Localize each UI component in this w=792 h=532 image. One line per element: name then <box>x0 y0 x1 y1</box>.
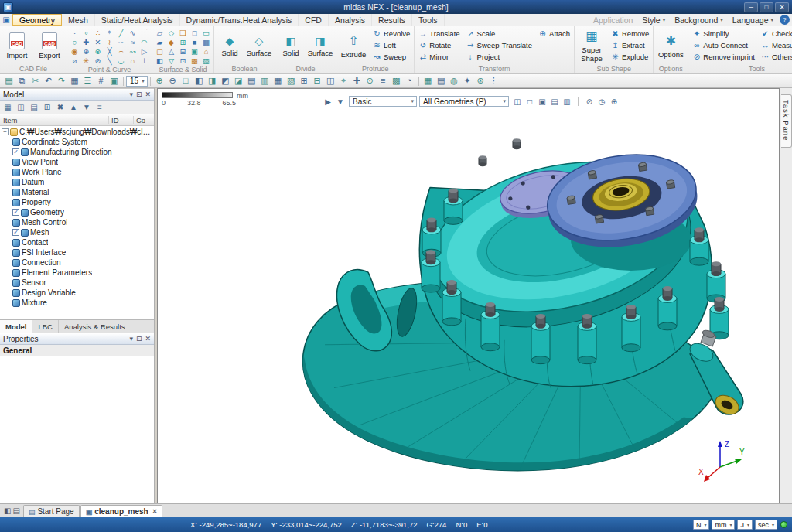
super-shape-button[interactable]: ▦ Super Shape <box>576 27 607 64</box>
toolbar-icon[interactable]: ✚ <box>350 76 364 86</box>
viewport-icon[interactable]: ⊘ <box>583 97 596 106</box>
menubar-menu-item[interactable]: Background ▾ <box>671 15 727 25</box>
curve-tool-icon[interactable]: ⌢ <box>115 46 127 56</box>
surface-tool-icon[interactable]: △ <box>166 46 177 56</box>
sweep-button[interactable]: ↝Sweep <box>370 51 412 63</box>
toolbar-icon[interactable]: # <box>94 76 108 86</box>
tree-item[interactable]: ✓ Mesh Control <box>0 217 154 227</box>
unit-select[interactable]: mm ▾ <box>712 520 735 530</box>
surface-tool-icon[interactable]: ▣ <box>189 46 200 56</box>
tree-item[interactable]: ✓ Sensor <box>0 278 154 288</box>
surface-tool-icon[interactable]: ▦ <box>200 37 212 46</box>
toolbar-icon[interactable]: ↷ <box>55 76 68 86</box>
curve-tool-icon[interactable]: ∽ <box>115 37 127 46</box>
toolbar-icon[interactable]: ▥ <box>258 76 271 86</box>
tree-item[interactable]: ✓ Connection <box>0 257 154 268</box>
curve-tool-icon[interactable]: ✚ <box>80 37 92 46</box>
project-button[interactable]: ↓Project <box>464 51 534 63</box>
extrude-button[interactable]: ⇧ Extrude <box>338 27 369 64</box>
model-canvas[interactable] <box>158 89 779 503</box>
pin-icon[interactable]: ⊡ <box>136 335 142 343</box>
surface-tool-icon[interactable]: ⌂ <box>200 46 212 56</box>
toolbar-icon[interactable]: ⊛ <box>474 76 487 86</box>
rotate-button[interactable]: ↺Rotate <box>416 39 462 51</box>
import-button[interactable]: CAD Import <box>2 27 32 64</box>
curve-tool-icon[interactable]: ⊕ <box>80 46 92 56</box>
tree-toolbar-icon[interactable]: ▲ <box>67 103 80 111</box>
ribbon-tab[interactable]: Geometry <box>12 14 62 26</box>
viewport-icon[interactable]: ◷ <box>596 97 608 106</box>
toolbar-icon[interactable]: ◨ <box>206 76 219 86</box>
help-icon[interactable]: ? <box>780 15 790 25</box>
toolbar-icon[interactable]: ⊕ <box>153 76 166 86</box>
tree-item[interactable]: ✓ FSI Interface <box>0 247 154 257</box>
divide-surface-button[interactable]: ◨ Surface <box>306 27 334 64</box>
toolbar-icon[interactable]: ◧ <box>193 76 206 86</box>
column-id[interactable]: ID <box>109 116 134 124</box>
close-tab-icon[interactable]: ✕ <box>152 508 158 515</box>
toolbar-icon[interactable]: ⧉ <box>15 76 29 86</box>
viewport-icon[interactable]: □ <box>524 97 536 106</box>
tree-item[interactable]: ✓ Property <box>0 197 154 207</box>
menubar-menu-item[interactable]: Language ▾ <box>729 15 777 25</box>
options-button[interactable]: ✱ Options <box>655 27 686 64</box>
surface-tool-icon[interactable]: ◆ <box>166 37 177 46</box>
tree-item[interactable]: ✓ Material <box>0 187 154 197</box>
curve-tool-icon[interactable]: ╳ <box>104 46 115 56</box>
document-tab[interactable]: ▣ cleanup_mesh ✕ <box>80 505 163 517</box>
curve-tool-icon[interactable]: ◉ <box>69 46 80 56</box>
viewport-icon[interactable]: ◫ <box>511 97 524 106</box>
surface-tool-icon[interactable]: ⊡ <box>177 56 189 65</box>
surface-tool-icon[interactable]: ▩ <box>189 56 200 65</box>
surface-tool-icon[interactable]: ▰ <box>154 37 166 46</box>
curve-tool-icon[interactable]: ↝ <box>127 46 138 56</box>
properties-general-row[interactable]: General <box>0 345 154 356</box>
close-button[interactable]: ✕ <box>775 2 789 12</box>
check-shape-button[interactable]: ✔Check Shape▾ <box>759 28 792 39</box>
panel-tab[interactable]: LBC <box>32 320 58 332</box>
attach-button[interactable]: ⊕Attach <box>536 28 572 39</box>
curve-tool-icon[interactable]: ⊗ <box>92 46 104 56</box>
viewport-icon[interactable]: ⊕ <box>608 97 620 106</box>
chevron-down-icon[interactable]: ▾ <box>129 335 133 343</box>
display-size-select[interactable]: 15 ▾ <box>126 76 148 87</box>
tree-toolbar-icon[interactable]: ≡ <box>94 103 106 111</box>
window-list-icon[interactable]: ▤ <box>12 506 19 515</box>
boolean-solid-button[interactable]: ◆ Solid <box>216 27 244 64</box>
tree-toolbar-icon[interactable]: ✖ <box>54 103 67 111</box>
remove-imprint-button[interactable]: ⊘Remove imprint <box>690 51 757 63</box>
toolbar-icon[interactable]: ◔ <box>403 76 416 86</box>
tree-item[interactable]: ✓ View Point <box>0 157 154 167</box>
tree-checkbox[interactable]: ✓ <box>12 209 19 216</box>
close-icon[interactable]: ✕ <box>145 335 151 343</box>
toolbar-icon[interactable]: □ <box>179 76 193 86</box>
surface-tool-icon[interactable]: ◇ <box>166 28 177 37</box>
sweep-translate-button[interactable]: ⇝Sweep-Translate <box>464 39 534 51</box>
viewport-icon[interactable]: ▼ <box>334 97 346 106</box>
toolbar-icon[interactable]: ▤ <box>2 76 15 86</box>
tree-root[interactable]: − C:₩Users₩scjung₩Downloads₩clea... <box>0 127 154 137</box>
surface-tool-icon[interactable]: ⊟ <box>177 46 189 56</box>
measure-button[interactable]: ↔Measure <box>759 39 792 51</box>
select-mode-dropdown[interactable]: Basic ▾ <box>349 96 417 107</box>
task-pane-tab[interactable]: Task Pane <box>781 94 792 148</box>
tree-checkbox[interactable]: ✓ <box>12 148 19 155</box>
simplify-button[interactable]: ✦Simplify <box>690 28 757 39</box>
tree-item[interactable]: ✓ Element Parameters <box>0 268 154 278</box>
curve-tool-icon[interactable]: ✕ <box>92 37 104 46</box>
curve-tool-icon[interactable]: ⌀ <box>69 56 80 65</box>
auto-connect-button[interactable]: ∞Auto Connect <box>690 39 757 51</box>
menubar-menu-item[interactable]: Style ▾ <box>638 15 669 25</box>
surface-tool-icon[interactable]: ⊞ <box>177 37 189 46</box>
close-icon[interactable]: ✕ <box>145 90 151 98</box>
chevron-down-icon[interactable]: ▾ <box>129 90 133 98</box>
viewport-icon[interactable]: ▣ <box>536 97 548 106</box>
viewport-icon[interactable]: ▥ <box>561 97 573 106</box>
unit-select[interactable]: J ▾ <box>737 520 753 530</box>
divide-solid-button[interactable]: ◧ Solid <box>277 27 305 64</box>
ribbon-tab[interactable]: Mesh <box>62 14 95 26</box>
column-co[interactable]: Co <box>134 116 154 124</box>
toolbar-icon[interactable]: ▤ <box>435 76 448 86</box>
toolbar-icon[interactable]: ◩ <box>219 76 232 86</box>
menubar-menu-item[interactable]: Application ▾ <box>589 15 637 25</box>
